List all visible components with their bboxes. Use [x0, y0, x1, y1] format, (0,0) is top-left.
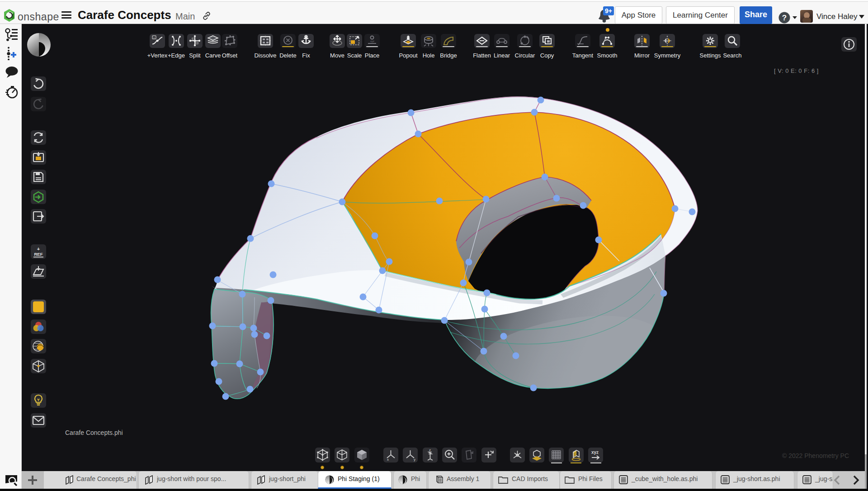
svg-text:+: +	[37, 246, 40, 252]
svg-text:z: z	[429, 448, 431, 452]
svg-text:y: y	[414, 458, 415, 462]
svg-text:9+: 9+	[605, 7, 612, 14]
svg-text:REF: REF	[34, 252, 43, 257]
svg-text:xyz: xyz	[370, 40, 374, 43]
svg-text:?: ?	[782, 14, 787, 22]
svg-text:xyz: xyz	[591, 450, 599, 455]
svg-text:+: +	[153, 36, 155, 39]
svg-text:x: x	[387, 458, 389, 462]
